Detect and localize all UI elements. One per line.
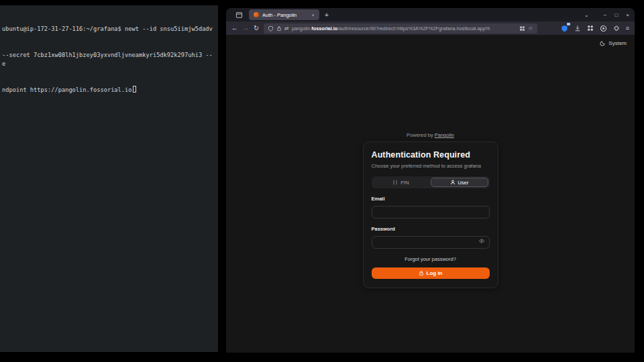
window-maximize-button[interactable]: □: [614, 12, 618, 18]
terminal-cursor: [133, 86, 136, 93]
window-close-button[interactable]: ×: [626, 12, 629, 18]
terminal-line: --secret 7cbz1xw08lh1jbzey03yxvndljvneam…: [2, 51, 216, 68]
list-tabs-chevron-icon[interactable]: ⌄: [584, 12, 589, 18]
tab-pin[interactable]: PIN: [373, 178, 429, 187]
permissions-exchange-icon[interactable]: ⇄: [284, 25, 289, 32]
url-text: pangolin.fossorial.io/auth/resource/90?r…: [292, 25, 517, 32]
terminal-line: ubuntu@ip-172-31-27-116:~/grafana$ newt …: [2, 25, 216, 34]
tab-user-label: User: [458, 180, 469, 186]
ublock-origin-icon[interactable]: [561, 25, 568, 32]
reload-button[interactable]: ↻: [254, 25, 259, 32]
browser-toolbar: ← → ↻ ⇄ pangolin.fossorial.io/auth/resou…: [226, 21, 635, 35]
auth-card: Authentication Required Choose your pref…: [363, 141, 498, 288]
auth-section: Powered by Pangolin Authentication Requi…: [363, 132, 498, 288]
lock-icon: [419, 270, 424, 276]
ublock-badge: [567, 23, 570, 25]
card-title: Authentication Required: [372, 150, 490, 160]
auth-method-tabs: PIN User: [372, 176, 490, 188]
theme-toggle[interactable]: System: [600, 40, 627, 46]
user-icon: [450, 180, 455, 185]
email-label: Email: [372, 196, 490, 202]
keypad-icon: [392, 180, 398, 185]
firefox-view-icon[interactable]: [234, 10, 244, 19]
back-button[interactable]: ←: [231, 25, 238, 32]
new-tab-button[interactable]: +: [325, 11, 329, 19]
apps-grid-icon[interactable]: [587, 25, 594, 32]
powered-by: Powered by Pangolin: [363, 132, 498, 138]
moon-icon: [600, 40, 606, 46]
email-field[interactable]: [372, 206, 490, 219]
password-field[interactable]: [372, 236, 490, 249]
downloads-icon[interactable]: [574, 25, 581, 32]
extensions-puzzle-icon[interactable]: [613, 25, 620, 32]
toolbar-extensions: ≡: [561, 25, 629, 32]
password-label: Password: [372, 226, 490, 232]
terminal-line: ndpoint https://pangolin.fossorial.io: [2, 86, 216, 95]
bookmark-star-icon[interactable]: ☆: [528, 25, 533, 32]
menu-hamburger-icon[interactable]: ≡: [626, 25, 629, 32]
browser-tab-auth-pangolin[interactable]: Auth - Pangolin ×: [249, 9, 319, 20]
page-content: System Powered by Pangolin Authenticatio…: [226, 35, 635, 353]
tab-user[interactable]: User: [431, 178, 488, 187]
address-bar[interactable]: ⇄ pangolin.fossorial.io/auth/resource/90…: [264, 23, 537, 34]
forgot-password-link[interactable]: Forgot your password?: [372, 256, 490, 262]
containers-grid-icon[interactable]: [519, 25, 525, 32]
pangolin-link[interactable]: Pangolin: [435, 132, 454, 138]
terminal-window[interactable]: ubuntu@ip-172-31-27-116:~/grafana$ newt …: [0, 5, 218, 352]
forward-button[interactable]: →: [243, 25, 250, 32]
tracking-shield-icon[interactable]: [268, 25, 274, 32]
show-password-eye-icon[interactable]: [478, 238, 485, 244]
tab-close-icon[interactable]: ×: [311, 12, 315, 18]
tab-pin-label: PIN: [400, 180, 409, 186]
tab-strip: Auth - Pangolin × + ⌄ − □ ×: [226, 8, 635, 21]
login-button-label: Log in: [427, 270, 443, 276]
browser-window: Auth - Pangolin × + ⌄ − □ × ← → ↻: [226, 8, 635, 353]
lock-icon[interactable]: [276, 25, 282, 32]
login-button[interactable]: Log in: [372, 267, 490, 279]
tab-title: Auth - Pangolin: [262, 12, 308, 18]
card-subtitle: Choose your preferred method to access g…: [372, 163, 490, 169]
window-minimize-button[interactable]: −: [604, 12, 607, 18]
account-circle-icon[interactable]: [600, 25, 607, 32]
theme-toggle-label: System: [608, 40, 627, 46]
pangolin-favicon: [254, 12, 259, 17]
